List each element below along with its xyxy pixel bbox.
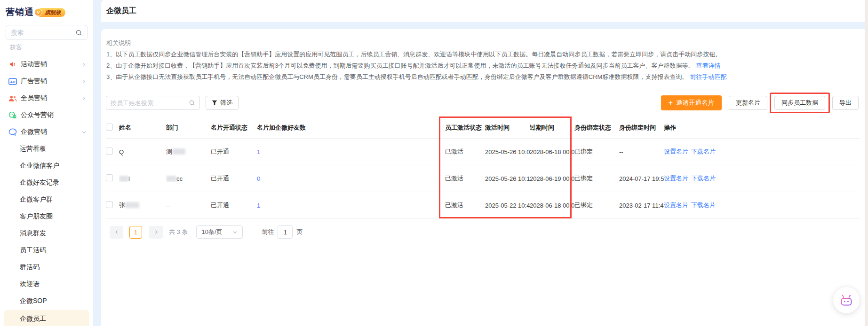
sidebar-item-label: 活动营销 xyxy=(21,60,47,69)
prev-page-button[interactable] xyxy=(110,226,123,239)
toolbar-actions: + 邀请开通名片 更新名片 同步员工数据 导出 xyxy=(661,95,859,110)
assistant-button[interactable] xyxy=(833,287,860,313)
col-department: 部门 xyxy=(166,124,211,132)
col-name: 姓名 xyxy=(119,124,166,132)
page-size-value: 10条/页 xyxy=(201,228,222,236)
notice-line-3-text: 3、由于从企微接口无法直接获取员工手机号，无法自动匹配企微员工与CRM员工身份，… xyxy=(106,73,688,80)
sidebar-subitem-operation-board[interactable]: 运营看板 xyxy=(0,140,93,157)
filter-button[interactable]: 筛选 xyxy=(206,96,239,110)
chevron-right-icon xyxy=(81,62,87,67)
download-card-link[interactable]: 下载名片 xyxy=(691,201,716,210)
next-page-button[interactable] xyxy=(149,226,163,239)
notice-line-2: 2、由于企微开始对接口收费，【营销助手】应用首次安装后前3个月可以免费使用，到期… xyxy=(106,60,726,71)
row-checkbox[interactable] xyxy=(106,147,113,155)
filter-button-label: 筛选 xyxy=(220,99,232,107)
megaphone-icon xyxy=(8,61,18,68)
sidebar-subitem-friend-records[interactable]: 企微好友记录 xyxy=(0,174,93,191)
sidebar-subitem-mass-message[interactable]: 消息群发 xyxy=(0,225,93,242)
sidebar-item-official-account-marketing[interactable]: 公众号营销 xyxy=(0,107,93,124)
sidebar-item-ad-marketing[interactable]: AD 广告营销 xyxy=(0,73,93,90)
col-bind-time: 身份绑定时间 xyxy=(619,124,664,132)
manual-match-link[interactable]: 前往手动匹配 xyxy=(690,73,726,80)
cell-bind-status: 已绑定 xyxy=(574,174,619,183)
sidebar-item-label: 广告营销 xyxy=(21,77,47,85)
friend-count-link[interactable]: 1 xyxy=(257,148,260,155)
sidebar-item-wecom-marketing[interactable]: 企微营销 xyxy=(0,124,93,140)
chevron-down-icon xyxy=(81,130,87,135)
people-icon xyxy=(8,95,18,102)
notice-line-3: 3、由于从企微接口无法直接获取员工手机号，无法自动匹配企微员工与CRM员工身份，… xyxy=(106,71,726,83)
cell-expire-time: 2028-06-19 00:00 xyxy=(530,175,574,182)
sidebar-subitem-customer-groups[interactable]: 企微客户群 xyxy=(0,191,93,208)
sidebar-subitem-customer-moments[interactable]: 客户朋友圈 xyxy=(0,208,93,225)
export-button[interactable]: 导出 xyxy=(832,96,859,110)
sidebar-search-input[interactable] xyxy=(11,29,75,36)
sidebar-subitem-group-livecode[interactable]: 群活码 xyxy=(0,259,93,276)
friend-count-link[interactable]: 1 xyxy=(257,202,260,209)
sidebar-item-activity-marketing[interactable]: 活动营销 xyxy=(0,56,93,73)
update-card-button[interactable]: 更新名片 xyxy=(729,96,767,110)
employee-search-box[interactable] xyxy=(106,96,200,110)
sidebar-item-allstaff-marketing[interactable]: 全员营销 xyxy=(0,90,93,107)
friend-count-link[interactable]: 0 xyxy=(257,175,260,182)
sidebar: 营销通 V 旗舰版 获客 活动营销 xyxy=(0,0,93,326)
current-page-button[interactable]: 1 xyxy=(129,226,142,239)
sidebar-item-label: 公众号营销 xyxy=(21,111,54,119)
cell-card-status: 已开通 xyxy=(211,174,257,183)
set-card-link[interactable]: 设置名片 xyxy=(664,174,688,183)
cell-expire-time: 2028-06-18 00:00 xyxy=(530,148,574,155)
funnel-icon xyxy=(212,100,217,106)
view-details-link[interactable]: 查看详情 xyxy=(696,62,720,69)
sidebar-subitem-wecom-sop[interactable]: 企微SOP xyxy=(0,293,93,310)
edition-badge-label: 旗舰版 xyxy=(45,9,61,16)
sidebar-subitem-wecom-customers[interactable]: 企业微信客户 xyxy=(0,157,93,174)
table-row: Q 测 已开通 1 已激活 2025-05-26 10:00 2028-06-1… xyxy=(106,139,860,165)
cell-card-status: 已开通 xyxy=(211,201,257,210)
col-bind-status: 身份绑定状态 xyxy=(574,124,619,132)
invite-card-button-label: 邀请开通名片 xyxy=(676,99,714,107)
set-card-link[interactable]: 设置名片 xyxy=(664,201,688,210)
row-checkbox[interactable] xyxy=(106,174,113,181)
redacted-blur xyxy=(166,176,176,182)
edition-badge: V 旗舰版 xyxy=(39,8,65,17)
cell-name: Q xyxy=(119,148,166,155)
invite-card-button[interactable]: + 邀请开通名片 xyxy=(661,95,722,110)
notice-line-1: 1、以下员工数据仅同步企业微信管理后台安装的【营销助手】应用设置的应用可见范围员… xyxy=(106,49,726,60)
page-title: 企微员工 xyxy=(106,6,136,16)
scrollbar[interactable] xyxy=(865,0,868,326)
chevron-right-icon xyxy=(81,79,87,84)
sidebar-subitem-welcome-message[interactable]: 欢迎语 xyxy=(0,276,93,293)
page-size-select[interactable]: 10条/页 xyxy=(196,225,243,239)
page-unit-label: 页 xyxy=(296,228,303,236)
sidebar-item-label: 全员营销 xyxy=(21,94,47,102)
download-card-link[interactable]: 下载名片 xyxy=(691,174,716,183)
sidebar-search[interactable] xyxy=(6,25,88,40)
pagination: 1 共 3 条 10条/页 前往 页 xyxy=(110,225,303,239)
cell-bind-status: 已绑定 xyxy=(574,201,619,210)
col-active-time: 激活时间 xyxy=(485,124,530,132)
set-card-link[interactable]: 设置名片 xyxy=(664,147,688,156)
plus-icon: + xyxy=(669,99,673,107)
chevron-right-icon xyxy=(81,96,87,101)
sidebar-nav: 活动营销 AD 广告营销 全员营销 xyxy=(0,56,93,326)
sync-employee-data-button[interactable]: 同步员工数据 xyxy=(774,96,825,110)
cell-active-time: 2025-05-26 10:15 xyxy=(485,175,530,182)
download-card-link[interactable]: 下载名片 xyxy=(691,147,716,156)
select-all-checkbox[interactable] xyxy=(106,124,113,131)
sidebar-item-label: 企微营销 xyxy=(21,128,47,136)
cell-department: cc xyxy=(166,175,211,182)
cell-active-status: 已激活 xyxy=(445,174,485,183)
col-active-status: 员工激活状态 xyxy=(445,124,485,132)
col-expire-time: 过期时间 xyxy=(530,124,574,132)
redacted-blur xyxy=(119,176,128,182)
goto-page-input[interactable] xyxy=(278,225,293,239)
sidebar-subitem-employee-livecode[interactable]: 员工活码 xyxy=(0,242,93,259)
cell-active-status: 已激活 xyxy=(445,201,485,210)
screen: 营销通 V 旗舰版 获客 活动营销 xyxy=(0,0,868,326)
sidebar-subitem-wecom-employees[interactable]: 企微员工 xyxy=(4,310,89,326)
row-checkbox[interactable] xyxy=(106,201,113,208)
ad-icon: AD xyxy=(8,78,18,85)
chat-bubble-icon xyxy=(8,128,18,136)
svg-text:AD: AD xyxy=(10,79,16,84)
employee-search-input[interactable] xyxy=(111,100,189,107)
